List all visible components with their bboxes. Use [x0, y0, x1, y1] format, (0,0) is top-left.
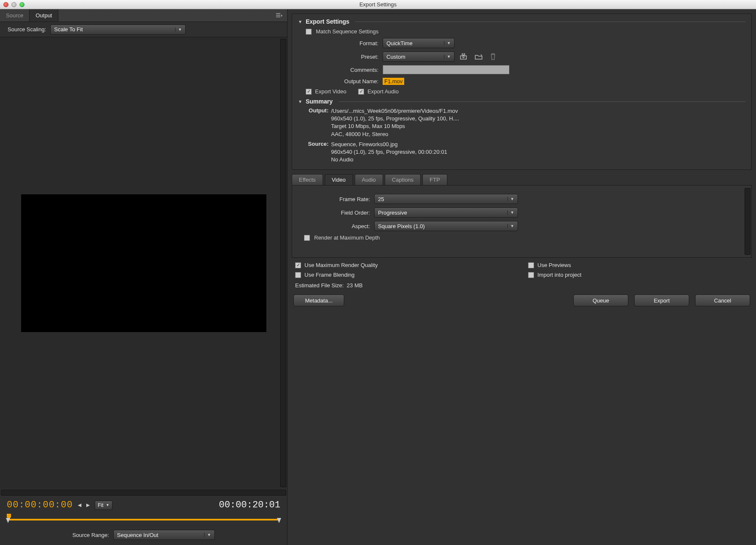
current-timecode[interactable]: 00:00:00:00: [7, 500, 73, 510]
cancel-button[interactable]: Cancel: [695, 294, 750, 306]
render-max-depth-label: Render at Maximum Depth: [314, 234, 380, 241]
import-preset-icon[interactable]: [474, 53, 483, 60]
save-preset-icon[interactable]: [459, 52, 468, 61]
video-settings-scrollbar[interactable]: [745, 188, 751, 255]
source-scaling-row: Source Scaling: Scale To Fit ▼: [0, 22, 287, 37]
panel-menu-icon[interactable]: [272, 9, 287, 22]
settings-pane: ▼ Export Settings Match Sequence Setting…: [288, 9, 756, 545]
comments-label: Comments:: [298, 67, 378, 73]
field-order-label: Field Order:: [298, 210, 370, 216]
use-max-quality-label: Use Maximum Render Quality: [304, 262, 378, 268]
summary-header[interactable]: ▼ Summary: [298, 98, 745, 105]
timeline[interactable]: [7, 514, 280, 525]
output-name-label: Output Name:: [298, 78, 378, 84]
preview-scrollbar-horizontal[interactable]: [1, 490, 286, 496]
chevron-down-icon: ▼: [204, 533, 211, 537]
timecode-row: 00:00:00:00 ◀ ▶ Fit ▼ 00:00:20:01: [0, 496, 287, 514]
zoom-dropdown[interactable]: Fit ▼: [95, 501, 112, 510]
export-settings-title: Export Settings: [306, 18, 349, 25]
output-name-link[interactable]: F1.mov: [383, 78, 404, 85]
svg-rect-0: [7, 514, 11, 517]
use-frame-blending-label: Use Frame Blending: [304, 272, 355, 278]
timeline-track[interactable]: [7, 519, 280, 520]
preview-canvas[interactable]: [21, 194, 266, 332]
import-into-project-checkbox[interactable]: [528, 272, 534, 278]
file-size-value: 23 MB: [347, 282, 363, 289]
chevron-down-icon: ▼: [106, 503, 110, 507]
export-video-label: Export Video: [315, 88, 346, 95]
step-back-icon[interactable]: ◀: [78, 502, 81, 508]
use-previews-checkbox[interactable]: [528, 262, 534, 268]
dialog-buttons: Metadata... Queue Export Cancel: [288, 293, 756, 312]
render-options: Use Maximum Render Quality Use Previews …: [288, 258, 756, 281]
export-settings-panel: ▼ Export Settings Match Sequence Setting…: [292, 14, 752, 170]
titlebar: Export Settings: [0, 0, 756, 9]
step-forward-icon[interactable]: ▶: [86, 502, 90, 508]
metadata-button[interactable]: Metadata...: [293, 294, 344, 306]
in-point-handle[interactable]: [6, 518, 10, 523]
summary-output-label: Output:: [306, 107, 331, 138]
duration-timecode: 00:00:20:01: [219, 500, 280, 510]
summary-source-value: Sequence, Fireworks00.jpg 960x540 (1.0),…: [331, 141, 447, 164]
video-settings-panel: Frame Rate: 25 ▼ Field Order: Progressiv…: [292, 185, 752, 258]
source-range-value: Sequence In/Out: [117, 532, 201, 538]
export-settings-header[interactable]: ▼ Export Settings: [298, 18, 745, 25]
chevron-down-icon: ▼: [507, 210, 514, 215]
window-title: Export Settings: [0, 1, 756, 8]
format-label: Format:: [298, 40, 378, 46]
summary-output-value: /Users/...mics_Week05n06/premiere/Videos…: [331, 107, 459, 138]
chevron-down-icon: ▼: [444, 41, 451, 45]
tab-output[interactable]: Output: [30, 9, 58, 22]
render-max-depth-checkbox[interactable]: [304, 235, 310, 241]
tab-source[interactable]: Source: [0, 9, 30, 22]
preview-tabs: Source Output: [0, 9, 287, 22]
preset-dropdown[interactable]: Custom ▼: [383, 52, 455, 62]
source-range-dropdown[interactable]: Sequence In/Out ▼: [113, 530, 215, 540]
tab-captions[interactable]: Captions: [385, 174, 421, 185]
summary-title: Summary: [306, 98, 333, 105]
file-size-row: Estimated File Size: 23 MB: [288, 281, 756, 293]
settings-tabs: Effects Video Audio Captions FTP: [288, 174, 756, 185]
out-point-handle[interactable]: [277, 518, 281, 523]
match-sequence-checkbox[interactable]: [306, 29, 312, 35]
export-video-checkbox[interactable]: [306, 89, 312, 95]
disclose-triangle-icon[interactable]: ▼: [298, 99, 302, 104]
file-size-label: Estimated File Size:: [295, 282, 344, 289]
chevron-down-icon: ▼: [507, 197, 514, 201]
delete-preset-icon[interactable]: [489, 52, 497, 61]
preview-pane: Source Output Source Scaling: Scale To F…: [0, 9, 288, 545]
aspect-dropdown[interactable]: Square Pixels (1.0) ▼: [374, 221, 518, 231]
frame-rate-label: Frame Rate:: [298, 196, 370, 202]
comments-input[interactable]: [383, 65, 509, 74]
field-order-dropdown[interactable]: Progressive ▼: [374, 207, 518, 218]
summary-content: Output: /Users/...mics_Week05n06/premier…: [306, 107, 745, 164]
tab-video[interactable]: Video: [325, 174, 353, 185]
source-range-row: Source Range: Sequence In/Out ▼: [0, 527, 287, 545]
zoom-value: Fit: [98, 502, 103, 508]
chevron-down-icon: ▼: [507, 224, 514, 228]
aspect-label: Aspect:: [298, 223, 370, 229]
chevron-down-icon: ▼: [175, 27, 182, 32]
tab-ftp[interactable]: FTP: [422, 174, 447, 185]
tab-audio[interactable]: Audio: [355, 174, 383, 185]
use-frame-blending-checkbox[interactable]: [295, 272, 301, 278]
tab-effects[interactable]: Effects: [292, 174, 323, 185]
export-audio-checkbox[interactable]: [358, 89, 364, 95]
preview-scrollbar-vertical[interactable]: [280, 39, 286, 487]
preview-area: [0, 37, 287, 489]
summary-source-label: Source:: [306, 141, 331, 164]
source-range-label: Source Range:: [72, 532, 109, 538]
format-dropdown[interactable]: QuickTime ▼: [383, 38, 455, 48]
import-into-project-label: Import into project: [537, 272, 581, 278]
disclose-triangle-icon[interactable]: ▼: [298, 19, 302, 24]
source-scaling-value: Scale To Fit: [54, 26, 172, 33]
match-sequence-label: Match Sequence Settings: [316, 28, 378, 35]
export-button[interactable]: Export: [634, 294, 689, 306]
queue-button[interactable]: Queue: [573, 294, 628, 306]
use-max-quality-checkbox[interactable]: [295, 262, 301, 268]
source-scaling-dropdown[interactable]: Scale To Fit ▼: [50, 25, 186, 35]
export-audio-label: Export Audio: [367, 88, 399, 95]
use-previews-label: Use Previews: [537, 262, 571, 268]
source-scaling-label: Source Scaling:: [8, 26, 46, 33]
frame-rate-dropdown[interactable]: 25 ▼: [374, 194, 518, 204]
